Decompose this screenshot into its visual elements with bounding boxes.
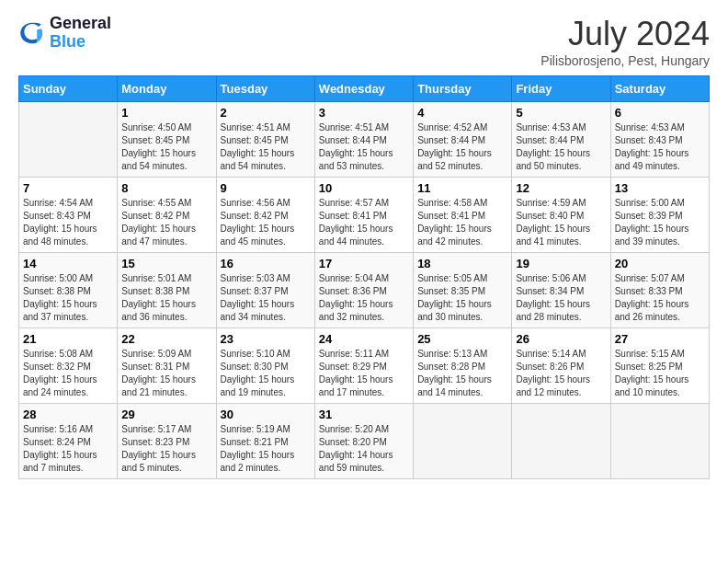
calendar-cell: 4Sunrise: 4:52 AM Sunset: 8:44 PM Daylig… [414, 102, 512, 178]
day-number: 25 [417, 332, 507, 346]
day-info: Sunrise: 5:03 AM Sunset: 8:37 PM Dayligh… [221, 272, 311, 324]
calendar-cell [19, 102, 118, 178]
calendar-cell: 8Sunrise: 4:55 AM Sunset: 8:42 PM Daylig… [118, 178, 216, 253]
calendar-cell: 14Sunrise: 5:00 AM Sunset: 8:38 PM Dayli… [19, 253, 118, 328]
day-number: 15 [121, 257, 211, 270]
calendar-cell [610, 404, 709, 479]
day-info: Sunrise: 4:55 AM Sunset: 8:42 PM Dayligh… [121, 197, 211, 248]
calendar-cell: 16Sunrise: 5:03 AM Sunset: 8:37 PM Dayli… [216, 253, 314, 328]
day-info: Sunrise: 5:20 AM Sunset: 8:20 PM Dayligh… [319, 423, 409, 475]
title-block: July 2024 Pilisborosjeno, Pest, Hungary [540, 15, 710, 68]
calendar-cell: 25Sunrise: 5:13 AM Sunset: 8:28 PM Dayli… [414, 328, 512, 404]
day-number: 18 [417, 257, 507, 270]
calendar-week-row: 28Sunrise: 5:16 AM Sunset: 8:24 PM Dayli… [19, 404, 710, 479]
day-info: Sunrise: 4:52 AM Sunset: 8:44 PM Dayligh… [417, 121, 507, 173]
day-info: Sunrise: 5:00 AM Sunset: 8:38 PM Dayligh… [23, 272, 113, 324]
day-number: 17 [319, 257, 409, 270]
day-info: Sunrise: 5:16 AM Sunset: 8:24 PM Dayligh… [23, 423, 113, 475]
day-number: 5 [516, 106, 606, 120]
calendar-cell: 3Sunrise: 4:51 AM Sunset: 8:44 PM Daylig… [314, 102, 413, 178]
calendar-cell: 26Sunrise: 5:14 AM Sunset: 8:26 PM Dayli… [512, 328, 610, 404]
calendar-cell: 13Sunrise: 5:00 AM Sunset: 8:39 PM Dayli… [610, 178, 709, 253]
calendar-cell [414, 404, 512, 479]
day-number: 31 [319, 408, 409, 421]
day-number: 2 [221, 106, 311, 120]
day-info: Sunrise: 4:51 AM Sunset: 8:44 PM Dayligh… [319, 121, 409, 173]
day-info: Sunrise: 4:50 AM Sunset: 8:45 PM Dayligh… [121, 121, 211, 173]
day-number: 29 [121, 408, 211, 421]
header: General Blue July 2024 Pilisborosjeno, P… [18, 15, 710, 68]
calendar-cell: 15Sunrise: 5:01 AM Sunset: 8:38 PM Dayli… [118, 253, 216, 328]
day-number: 23 [221, 332, 311, 346]
day-number: 28 [23, 408, 113, 421]
day-number: 10 [319, 181, 409, 195]
page-container: General Blue July 2024 Pilisborosjeno, P… [0, 0, 728, 494]
calendar-cell: 2Sunrise: 4:51 AM Sunset: 8:45 PM Daylig… [216, 102, 314, 178]
day-info: Sunrise: 4:54 AM Sunset: 8:43 PM Dayligh… [23, 197, 113, 248]
day-number: 8 [121, 181, 211, 195]
day-info: Sunrise: 4:51 AM Sunset: 8:45 PM Dayligh… [221, 121, 311, 173]
day-info: Sunrise: 4:53 AM Sunset: 8:43 PM Dayligh… [615, 121, 705, 173]
day-info: Sunrise: 5:08 AM Sunset: 8:32 PM Dayligh… [23, 348, 113, 399]
calendar-week-row: 21Sunrise: 5:08 AM Sunset: 8:32 PM Dayli… [19, 328, 710, 404]
col-monday: Monday [118, 76, 216, 102]
logo-icon [18, 19, 46, 47]
calendar-week-row: 1Sunrise: 4:50 AM Sunset: 8:45 PM Daylig… [19, 102, 710, 178]
calendar-cell: 24Sunrise: 5:11 AM Sunset: 8:29 PM Dayli… [314, 328, 413, 404]
day-number: 16 [221, 257, 311, 270]
day-number: 9 [221, 181, 311, 195]
calendar-cell: 9Sunrise: 4:56 AM Sunset: 8:42 PM Daylig… [216, 178, 314, 253]
calendar-table: Sunday Monday Tuesday Wednesday Thursday… [18, 75, 710, 479]
day-number: 24 [319, 332, 409, 346]
calendar-cell: 31Sunrise: 5:20 AM Sunset: 8:20 PM Dayli… [314, 404, 413, 479]
day-info: Sunrise: 5:19 AM Sunset: 8:21 PM Dayligh… [221, 423, 311, 475]
day-number: 14 [23, 257, 113, 270]
col-tuesday: Tuesday [216, 76, 314, 102]
day-number: 4 [417, 106, 507, 120]
day-info: Sunrise: 5:13 AM Sunset: 8:28 PM Dayligh… [417, 348, 507, 399]
calendar-cell: 20Sunrise: 5:07 AM Sunset: 8:33 PM Dayli… [610, 253, 709, 328]
calendar-cell: 10Sunrise: 4:57 AM Sunset: 8:41 PM Dayli… [314, 178, 413, 253]
day-number: 3 [319, 106, 409, 120]
calendar-cell: 30Sunrise: 5:19 AM Sunset: 8:21 PM Dayli… [216, 404, 314, 479]
col-sunday: Sunday [19, 76, 118, 102]
day-number: 27 [615, 332, 705, 346]
logo: General Blue [18, 15, 111, 52]
day-number: 7 [23, 181, 113, 195]
day-info: Sunrise: 5:06 AM Sunset: 8:34 PM Dayligh… [516, 272, 606, 324]
day-number: 6 [615, 106, 705, 120]
day-number: 26 [516, 332, 606, 346]
day-number: 13 [615, 181, 705, 195]
day-info: Sunrise: 5:04 AM Sunset: 8:36 PM Dayligh… [319, 272, 409, 324]
day-number: 12 [516, 181, 606, 195]
day-info: Sunrise: 5:14 AM Sunset: 8:26 PM Dayligh… [516, 348, 606, 399]
day-info: Sunrise: 4:56 AM Sunset: 8:42 PM Dayligh… [221, 197, 311, 248]
day-info: Sunrise: 5:05 AM Sunset: 8:35 PM Dayligh… [417, 272, 507, 324]
calendar-cell: 12Sunrise: 4:59 AM Sunset: 8:40 PM Dayli… [512, 178, 610, 253]
day-info: Sunrise: 5:15 AM Sunset: 8:25 PM Dayligh… [615, 348, 705, 399]
calendar-cell: 5Sunrise: 4:53 AM Sunset: 8:44 PM Daylig… [512, 102, 610, 178]
calendar-week-row: 14Sunrise: 5:00 AM Sunset: 8:38 PM Dayli… [19, 253, 710, 328]
calendar-cell: 28Sunrise: 5:16 AM Sunset: 8:24 PM Dayli… [19, 404, 118, 479]
day-info: Sunrise: 5:00 AM Sunset: 8:39 PM Dayligh… [615, 197, 705, 248]
day-number: 22 [121, 332, 211, 346]
day-info: Sunrise: 4:53 AM Sunset: 8:44 PM Dayligh… [516, 121, 606, 173]
day-info: Sunrise: 4:58 AM Sunset: 8:41 PM Dayligh… [417, 197, 507, 248]
location: Pilisborosjeno, Pest, Hungary [540, 53, 710, 68]
calendar-cell: 17Sunrise: 5:04 AM Sunset: 8:36 PM Dayli… [314, 253, 413, 328]
day-number: 21 [23, 332, 113, 346]
calendar-cell [512, 404, 610, 479]
calendar-week-row: 7Sunrise: 4:54 AM Sunset: 8:43 PM Daylig… [19, 178, 710, 253]
day-number: 19 [516, 257, 606, 270]
logo-text: General Blue [50, 15, 111, 52]
col-thursday: Thursday [414, 76, 512, 102]
day-number: 30 [221, 408, 311, 421]
calendar-cell: 1Sunrise: 4:50 AM Sunset: 8:45 PM Daylig… [118, 102, 216, 178]
day-info: Sunrise: 5:10 AM Sunset: 8:30 PM Dayligh… [221, 348, 311, 399]
day-info: Sunrise: 5:09 AM Sunset: 8:31 PM Dayligh… [121, 348, 211, 399]
calendar-cell: 21Sunrise: 5:08 AM Sunset: 8:32 PM Dayli… [19, 328, 118, 404]
calendar-cell: 18Sunrise: 5:05 AM Sunset: 8:35 PM Dayli… [414, 253, 512, 328]
col-saturday: Saturday [610, 76, 709, 102]
day-number: 20 [615, 257, 705, 270]
month-title: July 2024 [540, 15, 710, 53]
